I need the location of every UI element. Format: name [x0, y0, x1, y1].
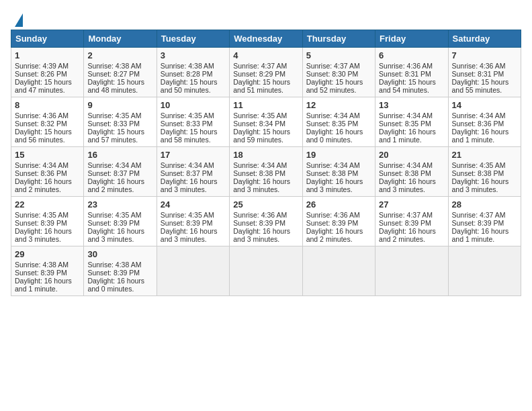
table-cell: 27Sunrise: 4:37 AMSunset: 8:39 PMDayligh… — [375, 197, 448, 246]
table-cell — [448, 246, 521, 296]
table-cell — [230, 246, 302, 296]
day-number: 14 — [452, 100, 517, 110]
day-number: 23 — [87, 199, 152, 210]
day-info: Daylight: 16 hours and 1 minute. — [452, 227, 509, 243]
day-info: Daylight: 15 hours and 50 minutes. — [161, 78, 218, 94]
day-info: Sunrise: 4:34 AM — [15, 161, 69, 169]
day-info: Daylight: 15 hours and 58 minutes. — [161, 128, 218, 144]
table-cell: 7Sunrise: 4:36 AMSunset: 8:31 PMDaylight… — [448, 48, 521, 97]
day-info: Daylight: 16 hours and 2 minutes. — [15, 177, 72, 193]
day-info: Daylight: 16 hours and 1 minute. — [15, 277, 72, 293]
day-info: Daylight: 16 hours and 3 minutes. — [233, 227, 290, 243]
table-cell — [157, 246, 229, 296]
table-cell: 5Sunrise: 4:37 AMSunset: 8:30 PMDaylight… — [302, 48, 375, 97]
table-row-1: 1Sunrise: 4:39 AMSunset: 8:26 PMDaylight… — [11, 48, 521, 97]
day-info: Sunrise: 4:36 AM — [452, 62, 506, 70]
day-number: 2 — [87, 50, 152, 60]
table-cell: 4Sunrise: 4:37 AMSunset: 8:29 PMDaylight… — [230, 48, 302, 97]
table-cell: 22Sunrise: 4:35 AMSunset: 8:39 PMDayligh… — [11, 197, 84, 246]
table-cell — [302, 246, 375, 296]
day-info: Sunset: 8:37 PM — [87, 169, 140, 177]
day-info: Sunset: 8:33 PM — [161, 120, 213, 128]
col-thursday: Thursday — [302, 30, 375, 48]
day-info: Sunrise: 4:36 AM — [379, 62, 433, 70]
day-info: Sunrise: 4:37 AM — [306, 62, 360, 70]
day-info: Sunrise: 4:37 AM — [452, 211, 506, 219]
table-cell: 20Sunrise: 4:34 AMSunset: 8:38 PMDayligh… — [375, 147, 448, 197]
day-number: 8 — [15, 100, 80, 110]
day-number: 10 — [161, 100, 226, 110]
table-cell: 6Sunrise: 4:36 AMSunset: 8:31 PMDaylight… — [375, 48, 448, 97]
table-cell: 3Sunrise: 4:38 AMSunset: 8:28 PMDaylight… — [157, 48, 229, 97]
table-cell: 30Sunrise: 4:38 AMSunset: 8:39 PMDayligh… — [84, 246, 157, 296]
col-friday: Friday — [375, 30, 448, 48]
day-info: Sunset: 8:36 PM — [15, 169, 67, 177]
day-info: Sunrise: 4:35 AM — [87, 211, 141, 219]
day-info: Sunset: 8:34 PM — [233, 120, 285, 128]
day-number: 16 — [87, 150, 152, 160]
calendar-table: Sunday Monday Tuesday Wednesday Thursday… — [11, 30, 521, 296]
day-info: Sunrise: 4:35 AM — [452, 161, 506, 169]
day-info: Sunset: 8:38 PM — [379, 169, 431, 177]
day-number: 1 — [15, 50, 80, 60]
col-saturday: Saturday — [448, 30, 521, 48]
day-info: Sunrise: 4:38 AM — [87, 261, 141, 269]
day-info: Sunrise: 4:35 AM — [161, 211, 214, 219]
day-info: Daylight: 16 hours and 3 minutes. — [161, 177, 218, 193]
day-info: Daylight: 15 hours and 54 minutes. — [379, 78, 436, 94]
table-cell: 19Sunrise: 4:34 AMSunset: 8:38 PMDayligh… — [302, 147, 375, 197]
table-row-3: 15Sunrise: 4:34 AMSunset: 8:36 PMDayligh… — [11, 147, 521, 197]
table-cell: 26Sunrise: 4:36 AMSunset: 8:39 PMDayligh… — [302, 197, 375, 246]
day-info: Sunrise: 4:34 AM — [161, 161, 214, 169]
day-info: Sunrise: 4:35 AM — [233, 111, 287, 120]
table-cell: 13Sunrise: 4:34 AMSunset: 8:35 PMDayligh… — [375, 97, 448, 147]
table-cell: 10Sunrise: 4:35 AMSunset: 8:33 PMDayligh… — [157, 97, 229, 147]
day-info: Sunset: 8:38 PM — [233, 169, 285, 177]
table-row-4: 22Sunrise: 4:35 AMSunset: 8:39 PMDayligh… — [11, 197, 521, 246]
table-cell: 24Sunrise: 4:35 AMSunset: 8:39 PMDayligh… — [157, 197, 229, 246]
table-cell: 25Sunrise: 4:36 AMSunset: 8:39 PMDayligh… — [230, 197, 302, 246]
day-info: Sunset: 8:39 PM — [15, 269, 67, 277]
day-info: Daylight: 15 hours and 56 minutes. — [15, 128, 72, 144]
day-number: 7 — [452, 50, 517, 60]
day-info: Sunset: 8:39 PM — [306, 219, 359, 227]
page-header — [7, 7, 525, 30]
day-info: Daylight: 15 hours and 55 minutes. — [452, 78, 509, 94]
col-sunday: Sunday — [11, 30, 84, 48]
day-number: 26 — [306, 199, 371, 210]
day-info: Sunset: 8:32 PM — [15, 120, 67, 128]
calendar-wrapper: Sunday Monday Tuesday Wednesday Thursday… — [7, 30, 525, 300]
day-number: 12 — [306, 100, 371, 110]
day-info: Sunrise: 4:38 AM — [161, 62, 214, 70]
day-number: 5 — [306, 50, 371, 60]
table-cell: 1Sunrise: 4:39 AMSunset: 8:26 PMDaylight… — [11, 48, 84, 97]
day-number: 21 — [452, 150, 517, 160]
day-info: Sunrise: 4:34 AM — [306, 161, 360, 169]
day-info: Sunset: 8:38 PM — [306, 169, 359, 177]
day-info: Daylight: 16 hours and 0 minutes. — [306, 128, 363, 144]
col-wednesday: Wednesday — [230, 30, 302, 48]
table-cell: 28Sunrise: 4:37 AMSunset: 8:39 PMDayligh… — [448, 197, 521, 246]
day-info: Sunrise: 4:36 AM — [306, 211, 360, 219]
table-cell: 16Sunrise: 4:34 AMSunset: 8:37 PMDayligh… — [84, 147, 157, 197]
table-cell: 8Sunrise: 4:36 AMSunset: 8:32 PMDaylight… — [11, 97, 84, 147]
day-number: 3 — [161, 50, 226, 60]
day-info: Sunset: 8:38 PM — [452, 169, 504, 177]
day-info: Sunrise: 4:35 AM — [15, 211, 69, 219]
day-info: Daylight: 15 hours and 52 minutes. — [306, 78, 363, 94]
day-info: Sunset: 8:35 PM — [379, 120, 431, 128]
day-number: 11 — [233, 100, 298, 110]
day-info: Daylight: 16 hours and 3 minutes. — [87, 227, 144, 243]
day-info: Sunrise: 4:35 AM — [161, 111, 214, 120]
logo-shape-icon — [15, 13, 23, 27]
day-info: Daylight: 15 hours and 48 minutes. — [87, 78, 144, 94]
day-info: Sunrise: 4:34 AM — [452, 111, 506, 120]
day-number: 18 — [233, 150, 298, 160]
day-info: Sunrise: 4:36 AM — [15, 111, 69, 120]
day-info: Daylight: 16 hours and 3 minutes. — [452, 177, 509, 193]
table-cell: 14Sunrise: 4:34 AMSunset: 8:36 PMDayligh… — [448, 97, 521, 147]
day-info: Sunrise: 4:34 AM — [379, 111, 433, 120]
day-info: Sunset: 8:39 PM — [87, 219, 140, 227]
day-info: Sunrise: 4:37 AM — [379, 211, 433, 219]
day-info: Sunset: 8:35 PM — [306, 120, 359, 128]
